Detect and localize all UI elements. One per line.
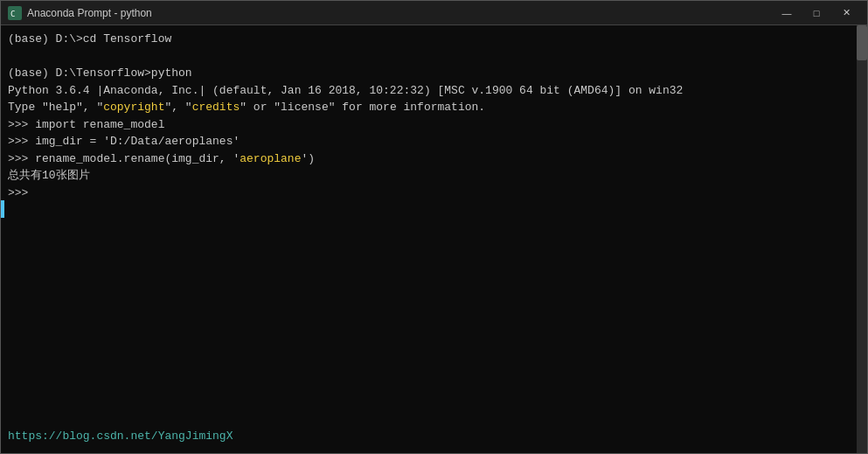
terminal-line-python-version: Python 3.6.4 |Anaconda, Inc.| (default, … (8, 82, 860, 100)
terminal-line: (base) D:\Tensorflow>python (8, 65, 860, 82)
title-bar-left: C Anaconda Prompt - python (8, 6, 152, 20)
close-button[interactable]: ✕ (832, 4, 860, 22)
terminal-body[interactable]: (base) D:\>cd Tensorflow (base) D:\Tenso… (1, 25, 867, 453)
terminal-line-rename: >>> rename_model.rename(img_dir, 'aeropl… (8, 150, 860, 168)
scrollbar[interactable] (857, 25, 867, 453)
scrollbar-thumb[interactable] (857, 25, 867, 60)
terminal-line-imgdir: >>> img_dir = 'D:/Data/aeroplanes' (8, 133, 860, 150)
window-title: Anaconda Prompt - python (27, 7, 152, 19)
terminal-line-import: >>> import rename_model (8, 116, 860, 134)
terminal-line (8, 48, 860, 66)
title-bar: C Anaconda Prompt - python — □ ✕ (1, 1, 867, 25)
window: C Anaconda Prompt - python — □ ✕ (base) … (0, 0, 868, 454)
title-bar-controls: — □ ✕ (773, 4, 860, 22)
bottom-link-container: https://blog.csdn.net/YangJimingX (8, 428, 233, 445)
maximize-button[interactable]: □ (802, 4, 830, 22)
indicator-dot (1, 200, 4, 218)
terminal-line: (base) D:\>cd Tensorflow (8, 31, 860, 48)
terminal-line-prompt: >>> (8, 185, 860, 202)
svg-text:C: C (10, 10, 15, 18)
bottom-link: https://blog.csdn.net/YangJimingX (8, 430, 233, 443)
terminal-icon: C (8, 6, 22, 20)
terminal-line-help: Type "help", "copyright", "credits" or "… (8, 99, 860, 116)
terminal-line-output: 总共有10张图片 (8, 167, 860, 185)
minimize-button[interactable]: — (773, 4, 801, 22)
